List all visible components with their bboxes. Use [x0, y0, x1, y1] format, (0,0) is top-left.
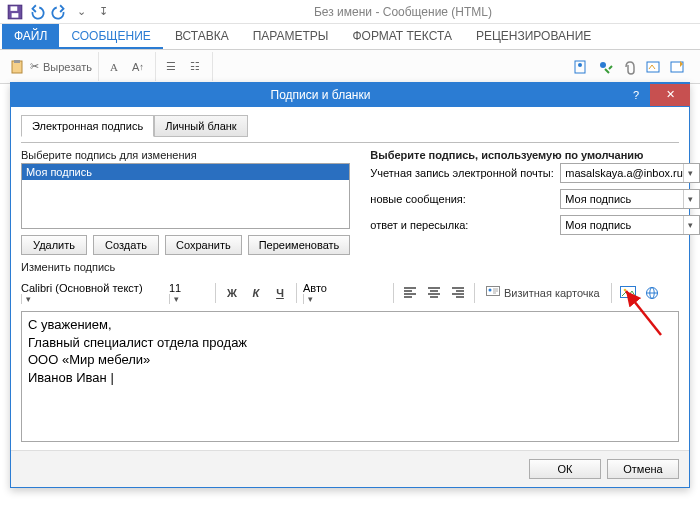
tab-personal-blank[interactable]: Личный бланк: [154, 115, 248, 137]
tab-esignature[interactable]: Электронная подпись: [21, 115, 154, 137]
dialog-title: Подписи и бланки: [19, 88, 622, 102]
edit-signature-label: Изменить подпись: [21, 261, 679, 273]
underline-button[interactable]: Ч: [270, 283, 290, 303]
edit-toolbar: Calibri (Основной текст)▾ 11▾ Ж К Ч Авто…: [21, 281, 679, 305]
tab-format[interactable]: ФОРМАТ ТЕКСТА: [340, 24, 463, 49]
qat-more-icon[interactable]: ↧: [94, 3, 112, 21]
italic-button[interactable]: К: [246, 283, 266, 303]
delete-button[interactable]: Удалить: [21, 235, 87, 255]
new-msg-label: новые сообщения:: [370, 193, 554, 205]
svg-rect-4: [14, 60, 20, 63]
bullets-icon[interactable]: ☰: [160, 56, 182, 78]
signature-list-item[interactable]: Моя подпись: [22, 164, 349, 180]
help-button[interactable]: ?: [622, 85, 650, 105]
insert-picture-button[interactable]: [618, 283, 638, 303]
account-select[interactable]: masalskaya.a@inbox.ru▾: [560, 163, 700, 183]
cancel-button[interactable]: Отмена: [607, 459, 679, 479]
font-size-select[interactable]: 11▾: [169, 282, 209, 304]
svg-point-6: [578, 63, 582, 67]
ok-button[interactable]: ОК: [529, 459, 601, 479]
account-label: Учетная запись электронной почты:: [370, 167, 554, 179]
select-signature-label: Выберите подпись для изменения: [21, 149, 350, 161]
chevron-down-icon[interactable]: ⌄: [72, 3, 90, 21]
reply-fwd-select[interactable]: Моя подпись▾: [560, 215, 700, 235]
align-right-button[interactable]: [448, 283, 468, 303]
tab-file[interactable]: ФАЙЛ: [2, 24, 59, 49]
chevron-down-icon: ▾: [683, 164, 697, 182]
signature-icon[interactable]: [642, 56, 664, 78]
tab-review[interactable]: РЕЦЕНЗИРОВАНИЕ: [464, 24, 603, 49]
rename-button[interactable]: Переименовать: [248, 235, 351, 255]
card-icon: [486, 286, 500, 300]
dialog-footer: ОК Отмена: [11, 450, 689, 487]
align-left-button[interactable]: [400, 283, 420, 303]
insert-hyperlink-button[interactable]: [642, 283, 662, 303]
quick-access-toolbar: ⌄ ↧: [6, 3, 112, 21]
create-button[interactable]: Создать: [93, 235, 159, 255]
undo-icon[interactable]: [28, 3, 46, 21]
new-msg-select[interactable]: Моя подпись▾: [560, 189, 700, 209]
svg-rect-2: [12, 13, 19, 18]
ribbon-tabs: ФАЙЛ СООБЩЕНИЕ ВСТАВКА ПАРАМЕТРЫ ФОРМАТ …: [0, 24, 700, 50]
chevron-down-icon: ▾: [303, 294, 317, 304]
business-card-button[interactable]: Визитная карточка: [481, 283, 605, 303]
chevron-down-icon: ▾: [21, 294, 35, 304]
check-names-icon[interactable]: [594, 56, 616, 78]
attach-file-icon[interactable]: [618, 56, 640, 78]
save-button[interactable]: Сохранить: [165, 235, 242, 255]
ribbon: ✂Вырезать A A↑ ☰ ☷: [0, 50, 700, 84]
chevron-down-icon: ▾: [683, 190, 697, 208]
cut-button[interactable]: ✂Вырезать: [30, 56, 92, 78]
signatures-dialog: Подписи и бланки ? ✕ Электронная подпись…: [10, 82, 690, 488]
address-book-icon[interactable]: [570, 56, 592, 78]
svg-point-7: [600, 62, 606, 68]
font-select[interactable]: Calibri (Основной текст)▾: [21, 282, 165, 304]
font-group-icon[interactable]: A: [103, 56, 125, 78]
reply-fwd-label: ответ и пересылка:: [370, 219, 554, 231]
tab-insert[interactable]: ВСТАВКА: [163, 24, 241, 49]
app-titlebar: ⌄ ↧ Без имени - Сообщение (HTML): [0, 0, 700, 24]
dialog-tabs: Электронная подпись Личный бланк: [21, 115, 679, 137]
save-icon[interactable]: [6, 3, 24, 21]
signature-list[interactable]: Моя подпись: [21, 163, 350, 229]
bold-button[interactable]: Ж: [222, 283, 242, 303]
align-center-button[interactable]: [424, 283, 444, 303]
tab-message[interactable]: СООБЩЕНИЕ: [59, 24, 163, 49]
signature-editor[interactable]: С уважением, Главный специалист отдела п…: [21, 311, 679, 442]
tab-options[interactable]: ПАРАМЕТРЫ: [241, 24, 341, 49]
redo-icon[interactable]: [50, 3, 68, 21]
scissors-icon: ✂: [30, 60, 39, 73]
window-title: Без имени - Сообщение (HTML): [112, 5, 694, 19]
default-signature-label: Выберите подпись, используемую по умолча…: [370, 149, 700, 161]
chevron-down-icon: ▾: [683, 216, 697, 234]
signature-dropdown-icon[interactable]: [666, 56, 688, 78]
svg-point-11: [489, 289, 492, 292]
dialog-titlebar: Подписи и бланки ? ✕: [11, 83, 689, 107]
numbering-icon[interactable]: ☷: [184, 56, 206, 78]
svg-point-13: [623, 289, 626, 292]
close-button[interactable]: ✕: [650, 84, 690, 106]
font-size-up-icon[interactable]: A↑: [127, 56, 149, 78]
svg-rect-1: [11, 6, 18, 11]
chevron-down-icon: ▾: [169, 294, 183, 304]
paste-icon[interactable]: [6, 56, 28, 78]
font-color-select[interactable]: Авто▾: [303, 282, 387, 304]
